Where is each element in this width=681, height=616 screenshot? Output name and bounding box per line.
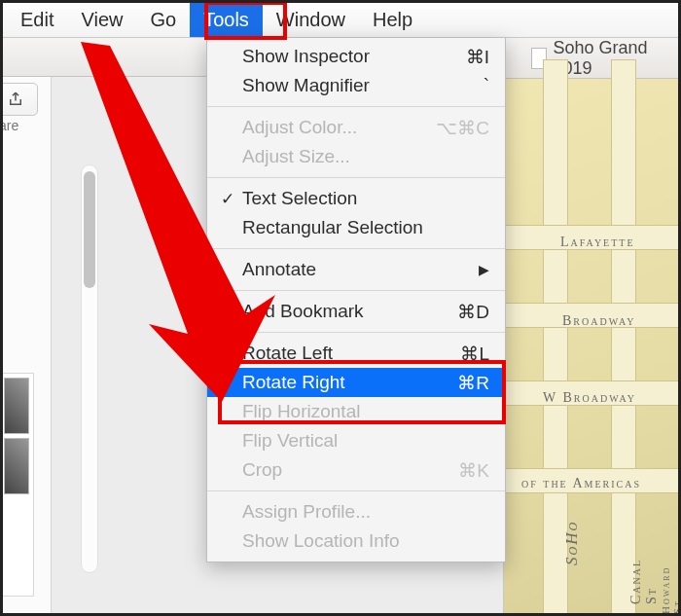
scrollbar[interactable] <box>81 164 98 573</box>
menu-view[interactable]: View <box>67 3 136 37</box>
menu-item-assign-profile: Assign Profile... <box>207 497 505 526</box>
menu-shortcut: ⌘I <box>466 46 489 68</box>
chevron-right-icon: ▶ <box>479 262 489 277</box>
window-toolbar <box>3 38 207 77</box>
menu-item-label: Text Selection <box>242 188 489 209</box>
menu-item-label: Annotate <box>242 259 479 280</box>
street-label-lafayette: Lafayette <box>560 235 635 250</box>
menu-separator <box>207 490 505 491</box>
menu-item-label: Rotate Right <box>242 372 457 393</box>
menu-separator <box>207 106 505 107</box>
scrollbar-thumb[interactable] <box>84 171 95 288</box>
menu-item-label: Flip Vertical <box>242 430 489 452</box>
menu-item-label: Assign Profile... <box>242 501 489 523</box>
menu-item-add-bookmark[interactable]: Add Bookmark⌘D <box>207 297 505 326</box>
menu-item-flip-vertical: Flip Vertical <box>207 426 505 455</box>
menu-separator <box>207 248 505 249</box>
menu-item-annotate[interactable]: Annotate▶ <box>207 255 505 284</box>
menu-go[interactable]: Go <box>136 3 190 37</box>
window-title: Soho Grand 2019 <box>504 38 678 79</box>
menu-item-show-inspector[interactable]: Show Inspector⌘I <box>207 42 505 71</box>
street-label-canal: Canal St <box>628 555 660 604</box>
menu-tools[interactable]: Tools <box>190 3 263 37</box>
map: Lafayette Broadway W Broadway of the Ame… <box>504 79 678 613</box>
share-icon <box>7 91 24 108</box>
menu-item-label: Rectangular Selection <box>242 217 489 238</box>
menu-separator <box>207 177 505 178</box>
menu-item-crop: Crop⌘K <box>207 455 505 485</box>
menu-item-rotate-left[interactable]: Rotate Left⌘L <box>207 339 505 368</box>
thumbnail-strip <box>0 373 34 597</box>
street-label-americas: of the Americas <box>521 476 641 491</box>
menu-shortcut: ⌘L <box>460 343 489 365</box>
street <box>611 59 636 613</box>
menu-item-label: Show Inspector <box>242 46 466 67</box>
menu-item-label: Adjust Color... <box>242 117 436 138</box>
street-label-broadway: Broadway <box>562 313 636 329</box>
menu-item-rotate-right[interactable]: Rotate Right⌘R <box>207 368 505 397</box>
menu-item-show-magnifier[interactable]: Show Magnifier` <box>207 71 505 100</box>
menu-item-label: Rotate Left <box>242 343 460 364</box>
street-label-howard: Howard St <box>660 566 678 613</box>
thumbnail[interactable] <box>4 438 29 494</box>
menu-separator <box>207 332 505 333</box>
menu-shortcut: ⌘D <box>457 301 489 323</box>
share-button[interactable] <box>0 83 38 116</box>
thumbnail[interactable] <box>4 378 29 434</box>
menu-separator <box>207 290 505 291</box>
menu-shortcut: ⌥⌘C <box>436 117 489 139</box>
check-icon: ✓ <box>221 189 234 209</box>
menu-window[interactable]: Window <box>263 3 359 37</box>
menu-item-show-location-info: Show Location Info <box>207 526 505 556</box>
document-window: Soho Grand 2019 Lafayette Broadway W Bro… <box>503 38 678 613</box>
menu-edit[interactable]: Edit <box>7 3 67 37</box>
menu-item-label: Crop <box>242 459 458 481</box>
street-label-wbroadway: W Broadway <box>543 390 636 406</box>
street-label-soho: SoHo <box>562 521 582 565</box>
menu-shortcut: ⌘K <box>458 459 489 482</box>
menubar: Edit View Go Tools Window Help <box>3 3 678 38</box>
menu-shortcut: ⌘R <box>457 372 489 394</box>
share-label: are <box>0 118 18 133</box>
menu-shortcut: ` <box>484 75 489 96</box>
menu-help[interactable]: Help <box>359 3 426 37</box>
menu-item-adjust-size: Adjust Size... <box>207 142 505 171</box>
menu-item-label: Show Magnifier <box>242 75 484 96</box>
menu-item-label: Show Location Info <box>242 530 489 552</box>
tools-menu: Show Inspector⌘IShow Magnifier`Adjust Co… <box>206 38 506 562</box>
menu-item-label: Add Bookmark <box>242 301 457 322</box>
menu-item-rectangular-selection[interactable]: Rectangular Selection <box>207 213 505 242</box>
menu-item-adjust-color: Adjust Color...⌥⌘C <box>207 113 505 142</box>
menu-item-label: Adjust Size... <box>242 146 489 167</box>
menu-item-text-selection[interactable]: ✓Text Selection <box>207 184 505 213</box>
menu-item-flip-horizontal: Flip Horizontal <box>207 397 505 426</box>
menu-item-label: Flip Horizontal <box>242 401 489 422</box>
